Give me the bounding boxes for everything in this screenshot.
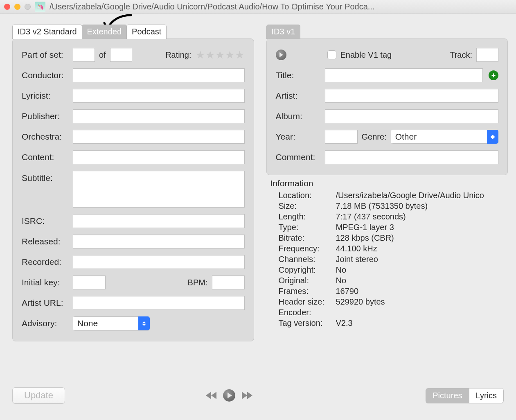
dropdown-icon (487, 130, 498, 144)
info-row: Type:MPEG-1 layer 3 (279, 223, 504, 232)
subtitle-input[interactable] (73, 171, 245, 208)
extended-panel: Part of set: of Rating: ★★★★★ Conductor:… (12, 38, 254, 341)
rating-label: Rating: (165, 50, 191, 60)
info-key: Bitrate: (279, 233, 336, 243)
window-title: /Users/izabela/Google Drive/Audio Unicor… (50, 2, 512, 11)
window-controls (4, 4, 31, 10)
comment-input[interactable] (325, 150, 499, 164)
update-button[interactable]: Update (12, 387, 65, 404)
isrc-input[interactable] (73, 214, 245, 228)
info-row: Header size:529920 bytes (279, 297, 504, 307)
tab-podcast[interactable]: Podcast (126, 25, 167, 39)
part-of-set-b-input[interactable] (110, 48, 132, 62)
forward-button[interactable] (242, 392, 252, 399)
info-row: Tag version:V2.3 (279, 318, 504, 328)
genre-select[interactable]: Other (391, 130, 498, 144)
info-key: Encoder: (279, 308, 336, 317)
conductor-label: Conductor: (22, 70, 69, 80)
part-of-set-a-input[interactable] (73, 48, 95, 62)
album-label: Album: (276, 111, 321, 121)
rewind-button[interactable] (206, 392, 216, 399)
enable-v1-checkbox[interactable] (327, 50, 336, 59)
play-button[interactable] (223, 389, 235, 402)
lyricist-label: Lyricist: (22, 91, 69, 101)
lyricist-input[interactable] (73, 89, 245, 103)
recorded-input[interactable] (73, 255, 245, 269)
info-row: Channels:Joint stereo (279, 255, 504, 264)
titlebar: 🦄 /Users/izabela/Google Drive/Audio Unic… (0, 0, 516, 14)
id3v1-panel: Enable V1 tag Track: Title: + Artist: Al… (266, 38, 508, 175)
album-input[interactable] (325, 109, 499, 123)
title-label: Title: (276, 70, 321, 80)
year-input[interactable] (325, 130, 358, 144)
right-column: ID3 v1 Enable V1 tag Track: Title: + Art… (266, 25, 508, 341)
content-input[interactable] (73, 150, 245, 164)
info-key: Original: (279, 276, 336, 285)
advisory-select[interactable]: None (73, 316, 150, 330)
minimize-window-button[interactable] (14, 4, 20, 10)
comment-label: Comment: (276, 152, 321, 162)
title-input[interactable] (325, 68, 483, 82)
footer: Update Pictures Lyrics (12, 387, 504, 404)
bpm-input[interactable] (212, 275, 245, 289)
publisher-input[interactable] (73, 109, 245, 123)
orchestra-input[interactable] (73, 130, 245, 144)
track-input[interactable] (476, 48, 498, 62)
info-key: Size: (279, 201, 336, 211)
initial-key-input[interactable] (73, 275, 106, 289)
info-row: Original:No (279, 276, 504, 285)
info-row: Copyright:No (279, 265, 504, 275)
advisory-value: None (73, 316, 138, 330)
publisher-label: Publisher: (22, 111, 69, 121)
genre-label: Genre: (362, 132, 387, 142)
info-value: 44.100 kHz (336, 244, 504, 253)
info-value (336, 308, 504, 317)
info-key: Length: (279, 212, 336, 221)
pictures-lyrics-segment: Pictures Lyrics (426, 388, 504, 403)
enable-v1-label: Enable V1 tag (340, 50, 392, 60)
info-value: 16790 (336, 287, 504, 296)
artist-label: Artist: (276, 91, 321, 101)
tab-id3v2-standard[interactable]: ID3 v2 Standard (12, 25, 82, 39)
transport-controls (206, 389, 252, 402)
info-value: 7.18 MB (7531350 bytes) (336, 201, 504, 211)
add-icon[interactable]: + (489, 70, 498, 80)
info-key: Header size: (279, 297, 336, 307)
released-label: Released: (22, 237, 69, 246)
rating-stars[interactable]: ★★★★★ (196, 49, 245, 61)
info-value: V2.3 (336, 318, 504, 328)
info-row: Length:7:17 (437 seconds) (279, 212, 504, 221)
artist-input[interactable] (325, 89, 499, 103)
info-key: Tag version: (279, 318, 336, 328)
info-key: Frames: (279, 287, 336, 296)
play-icon[interactable] (276, 50, 286, 60)
information-heading: Information (270, 178, 508, 188)
info-value: 128 kbps (CBR) (336, 233, 504, 243)
pictures-tab[interactable]: Pictures (426, 388, 469, 403)
dropdown-icon (138, 316, 150, 330)
info-row: Frequency:44.100 kHz (279, 244, 504, 253)
left-tabbar: ID3 v2 Standard Extended Podcast (12, 25, 254, 39)
conductor-input[interactable] (73, 68, 245, 82)
info-value: 7:17 (437 seconds) (336, 212, 504, 221)
artist-url-label: Artist URL: (22, 298, 69, 308)
right-tabbar: ID3 v1 (266, 25, 508, 39)
content-label: Content: (22, 152, 69, 162)
info-key: Type: (279, 223, 336, 232)
track-label: Track: (450, 50, 472, 60)
tab-id3v1[interactable]: ID3 v1 (266, 25, 301, 39)
isrc-label: ISRC: (22, 216, 69, 226)
bpm-label: BPM: (188, 278, 208, 287)
year-label: Year: (276, 132, 321, 142)
info-key: Frequency: (279, 244, 336, 253)
zoom-window-button[interactable] (25, 4, 31, 10)
info-row: Frames:16790 (279, 287, 504, 296)
tab-extended[interactable]: Extended (82, 25, 127, 39)
initial-key-label: Initial key: (22, 278, 69, 287)
lyrics-tab[interactable]: Lyrics (469, 388, 504, 403)
artist-url-input[interactable] (73, 296, 245, 310)
info-key: Copyright: (279, 265, 336, 275)
info-key: Channels: (279, 255, 336, 264)
released-input[interactable] (73, 235, 245, 248)
close-window-button[interactable] (4, 4, 10, 10)
